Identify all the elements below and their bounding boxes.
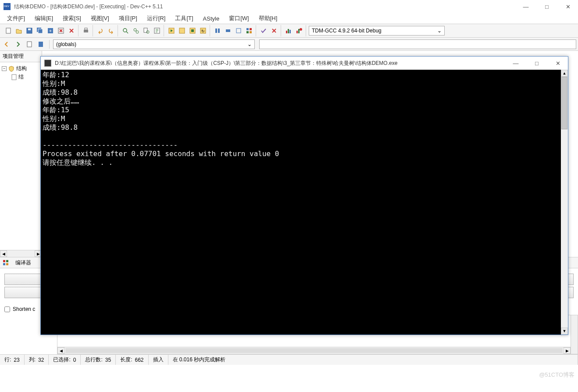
cancel-icon[interactable] [269,26,279,36]
statusbar: 行:23 列:32 已选择:0 总行数:35 长度:662 插入 在 0.016… [0,354,578,365]
menu-edit[interactable]: 编辑[E] [30,14,57,23]
scroll-left-icon[interactable]: ◀ [57,347,64,354]
minimize-button[interactable]: ― [519,2,532,11]
console-minimize-button[interactable]: ― [509,59,522,68]
shield-icon [8,66,14,72]
status-len-label: 长度: [120,356,132,363]
scroll-thumb[interactable] [561,77,567,129]
symbol-select[interactable] [259,39,576,49]
delete-profile-icon[interactable] [294,26,304,36]
collapse-icon[interactable]: − [2,66,7,71]
compiler-select[interactable]: TDM-GCC 4.9.2 64-bit Debug ⌄ [309,26,445,36]
status-total-label: 总行数: [85,356,102,363]
forward-icon[interactable] [13,39,23,49]
scroll-right-icon[interactable]: ▶ [564,347,571,354]
print-icon[interactable] [81,26,91,36]
menu-tools[interactable]: 工具[T] [171,14,197,23]
console-body[interactable]: 年龄:12 性别:M 成绩:98.8 修改之后…… 年龄:15 性别:M 成绩:… [41,70,568,335]
new-file-icon[interactable] [4,26,13,36]
svg-rect-38 [12,75,16,80]
save-all-icon[interactable] [35,26,45,36]
console-titlebar[interactable]: D:\红泥巴\我的课程体系\（信息奥赛）课程体系\第一阶段：入门级（CSP-J）… [41,57,568,70]
project-tree[interactable]: − 结构 结 [0,62,42,250]
open-file-icon[interactable] [14,26,24,36]
scroll-up-icon[interactable]: ▲ [561,70,568,77]
app-icon [4,3,11,10]
save-as-icon[interactable]: + [46,26,55,36]
sidebar-tab-project[interactable]: 项目管理 [0,51,42,62]
status-col: 32 [38,357,44,363]
svg-rect-36 [27,42,32,47]
status-sel: 0 [73,357,76,363]
svg-text:+: + [49,29,52,33]
svg-rect-39 [3,260,5,262]
tree-root[interactable]: − 结构 [2,64,40,73]
menu-file[interactable]: 文件[F] [3,14,29,23]
status-parse: 在 0.016 秒内完成解析 [173,356,226,363]
console-title: D:\红泥巴\我的课程体系\（信息奥赛）课程体系\第一阶段：入门级（CSP-J）… [55,60,509,67]
status-len: 662 [135,357,143,363]
console-vscroll[interactable]: ▲ ▼ [561,70,568,335]
globals-select[interactable]: (globals) ⌄ [53,39,255,49]
project-sidebar: 项目管理 − 结构 结 ◀ ▶ [0,51,42,257]
svg-rect-30 [286,31,287,33]
compile-run-icon[interactable] [188,26,197,36]
scroll-down-icon[interactable]: ▼ [561,328,568,335]
menu-help[interactable]: 帮助[H] [254,14,282,23]
bookmark-icon[interactable] [25,39,34,49]
rebuild-icon[interactable]: ↻ [198,26,208,36]
status-col-label: 列: [29,356,36,363]
svg-rect-13 [144,28,147,32]
close-all-icon[interactable] [67,26,76,36]
console-maximize-button[interactable]: □ [530,59,543,68]
menu-view[interactable]: 视图[V] [86,14,114,23]
redo-icon[interactable] [106,26,116,36]
compiler-tab[interactable]: 编译器 [11,257,35,269]
menu-run[interactable]: 运行[R] [143,14,170,23]
scroll-left-icon[interactable]: ◀ [0,250,7,257]
menu-search[interactable]: 搜索[S] [58,14,86,23]
bookmark2-icon[interactable] [36,39,46,49]
shorten-checkbox[interactable] [4,306,10,312]
svg-point-10 [123,29,127,32]
svg-rect-33 [296,31,298,33]
svg-rect-23 [218,29,220,33]
close-file-icon[interactable] [56,26,66,36]
globals-label: (globals) [56,41,76,47]
find-icon[interactable] [121,26,130,36]
svg-rect-19 [191,29,194,32]
debug-into-icon[interactable] [234,26,243,36]
tree-child[interactable]: 结 [2,73,40,81]
svg-rect-9 [85,28,87,30]
run-icon[interactable] [177,26,187,36]
toolbar-main: + ↻ TDM-GCC 4.9.2 64-bit Debug ⌄ [0,24,578,38]
compiler-tab-icon [2,259,10,267]
goto-icon[interactable] [152,26,162,36]
debug-step-icon[interactable] [223,26,233,36]
close-button[interactable]: ✕ [561,2,574,11]
find-in-files-icon[interactable] [142,26,151,36]
maximize-button[interactable]: □ [540,2,553,11]
status-total: 35 [105,357,111,363]
profile-icon[interactable] [284,26,293,36]
debug-icon[interactable] [213,26,222,36]
menu-astyle[interactable]: AStyle [199,14,224,23]
output-hscroll[interactable]: ◀ ▶ [57,347,571,354]
console-close-button[interactable]: ✕ [551,59,564,68]
svg-rect-40 [6,260,8,262]
svg-rect-22 [215,29,217,33]
menu-window[interactable]: 窗口[W] [225,14,253,23]
compile-icon[interactable] [167,26,176,36]
replace-icon[interactable] [131,26,141,36]
svg-rect-4 [38,29,43,33]
menu-project[interactable]: 项目[P] [114,14,142,23]
svg-rect-25 [236,29,241,33]
back-icon[interactable] [2,39,11,49]
undo-icon[interactable] [96,26,105,36]
check-icon[interactable] [259,26,268,36]
sidebar-hscroll[interactable]: ◀ ▶ [0,250,42,257]
save-icon[interactable] [25,26,34,36]
debug-out-icon[interactable] [244,26,254,36]
svg-rect-28 [246,31,249,33]
output-vscroll[interactable] [571,315,578,354]
